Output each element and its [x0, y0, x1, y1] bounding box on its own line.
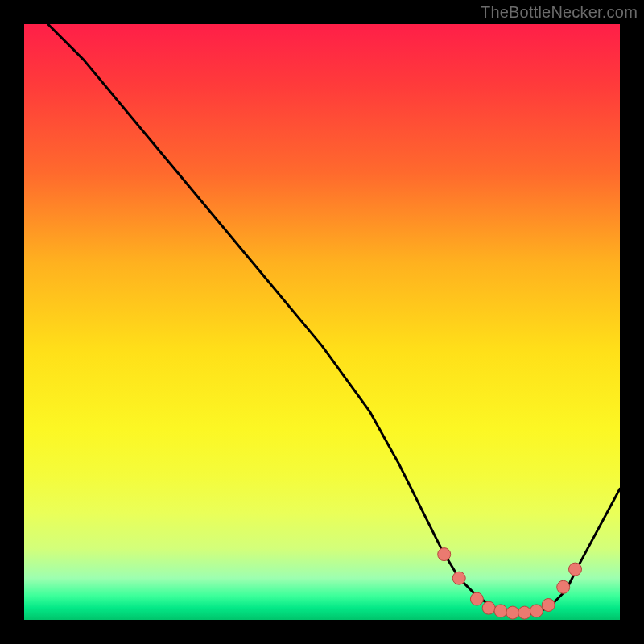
marker-point — [494, 605, 507, 617]
marker-point — [530, 605, 543, 617]
chart-stage: TheBottleNecker.com — [0, 0, 644, 644]
watermark-text: TheBottleNecker.com — [481, 3, 638, 22]
highlight-markers — [438, 548, 582, 620]
marker-point — [452, 572, 465, 584]
marker-point — [438, 548, 451, 561]
marker-point — [518, 606, 531, 619]
bottleneck-curve — [48, 24, 620, 614]
plot-svg — [24, 24, 620, 620]
marker-point — [482, 601, 495, 614]
marker-point — [569, 563, 582, 576]
plot-area — [24, 24, 620, 620]
marker-point — [470, 592, 483, 605]
marker-point — [542, 599, 555, 612]
marker-point — [557, 580, 570, 593]
marker-point — [506, 606, 519, 619]
